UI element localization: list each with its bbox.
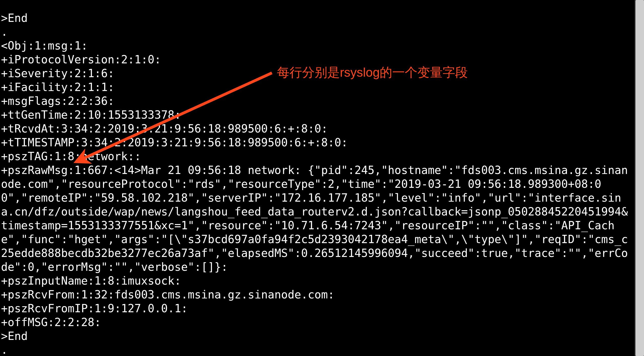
scrollbar-thumb[interactable] [635, 0, 644, 356]
terminal-output[interactable]: >End . <Obj:1:msg:1: +iProtocolVersion:2… [0, 11, 634, 356]
annotation-label: 每行分别是rsyslog的一个变量字段 [277, 64, 468, 81]
scrollbar-track[interactable] [634, 0, 644, 356]
terminal-viewport: >End . <Obj:1:msg:1: +iProtocolVersion:2… [0, 0, 644, 356]
